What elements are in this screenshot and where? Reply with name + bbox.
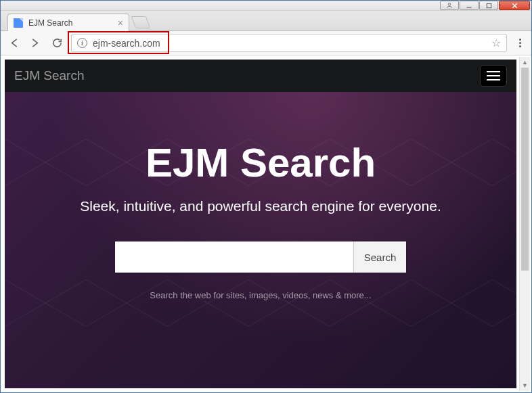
user-button[interactable] [440,1,459,10]
site-brand: EJM Search [14,68,84,83]
site-header: EJM Search [5,60,516,92]
forward-button[interactable] [28,37,43,49]
bookmark-star-icon[interactable]: ☆ [491,37,501,49]
address-bar[interactable]: i ejm-search.com ☆ [71,34,507,52]
hero-tagline: Sleek, intuitive, and powerful search en… [5,198,516,214]
scrollbar-thumb[interactable] [521,68,529,271]
page-content: EJM Search EJM Search Sleek, intuitive, … [5,60,516,388]
maximize-button[interactable] [479,1,498,10]
page-favicon-icon [14,18,23,28]
minimize-button[interactable] [460,1,479,10]
close-button[interactable] [499,1,530,10]
browser-toolbar: i ejm-search.com ☆ [1,31,531,55]
search-form: Search [115,241,406,273]
svg-rect-2 [487,3,491,7]
hero-subtext: Search the web for sites, images, videos… [5,290,516,300]
site-info-icon[interactable]: i [77,38,87,48]
vertical-scrollbar[interactable]: ▲ ▼ [519,57,530,391]
tab-strip: EJM Search × [1,11,531,31]
back-button[interactable] [6,37,21,49]
scroll-up-arrow-icon[interactable]: ▲ [520,57,530,68]
window-titlebar [1,1,531,11]
search-input[interactable] [115,241,353,273]
browser-menu-button[interactable] [514,39,526,47]
new-tab-button[interactable] [131,16,151,28]
hero-section: EJM Search Sleek, intuitive, and powerfu… [5,92,516,388]
hero-title: EJM Search [5,139,516,186]
hamburger-menu-button[interactable] [480,65,507,87]
browser-tab[interactable]: EJM Search × [7,14,129,31]
tab-title: EJM Search [28,18,72,28]
svg-point-0 [448,3,450,5]
scroll-down-arrow-icon[interactable]: ▼ [520,380,530,391]
tab-close-icon[interactable]: × [118,18,123,28]
url-text: ejm-search.com [93,38,491,49]
page-viewport: EJM Search EJM Search Sleek, intuitive, … [1,55,531,392]
search-button[interactable]: Search [353,241,406,273]
reload-button[interactable] [49,37,64,49]
